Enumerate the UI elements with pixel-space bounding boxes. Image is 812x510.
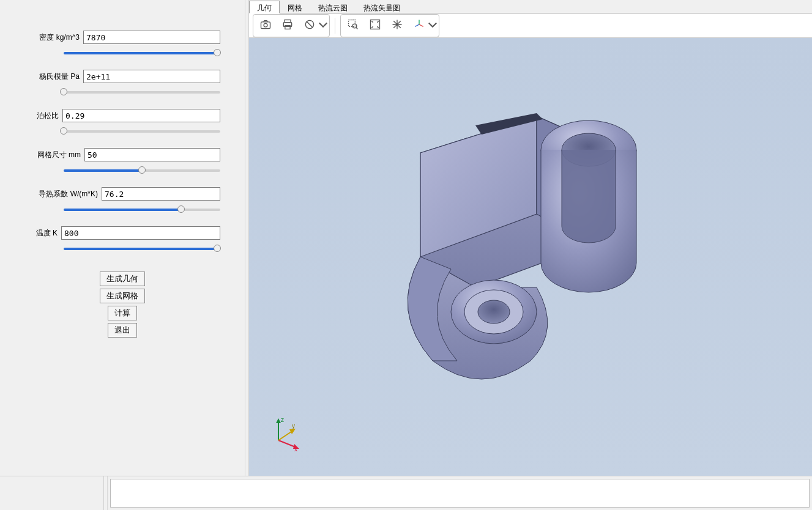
conductivity-slider[interactable]: [64, 204, 220, 215]
sidebar-panel: 密度 kg/m^3 杨氏模量 Pa: [0, 0, 245, 476]
axis-gizmo: z x y: [267, 415, 304, 451]
axis-icon: [413, 18, 425, 32]
zoom-box-icon: [347, 18, 359, 32]
viewport-toolbar: [249, 13, 812, 38]
temperature-slider[interactable]: [64, 243, 220, 254]
model-3d: [249, 38, 812, 476]
youngs-input[interactable]: [83, 70, 220, 83]
expand-view-button[interactable]: [386, 16, 408, 35]
viewport-3d[interactable]: z x y: [249, 38, 812, 476]
param-label: 泊松比: [24, 111, 59, 121]
svg-rect-4: [285, 26, 290, 29]
svg-line-12: [419, 24, 423, 26]
tab-mesh[interactable]: 网格: [280, 1, 310, 13]
svg-text:y: y: [292, 423, 295, 429]
tab-heat-vector[interactable]: 热流矢量图: [356, 1, 408, 13]
console-output[interactable]: [110, 479, 810, 508]
zoom-region-button[interactable]: [342, 16, 364, 35]
svg-line-9: [356, 28, 358, 29]
poisson-input[interactable]: [62, 109, 220, 122]
poisson-slider[interactable]: [64, 126, 220, 137]
bottom-left-pane: [0, 476, 104, 510]
conductivity-input[interactable]: [102, 187, 220, 201]
compute-button[interactable]: 计算: [108, 306, 137, 320]
svg-point-8: [352, 24, 357, 28]
printer-icon: [281, 18, 294, 32]
app-root: 密度 kg/m^3 杨氏模量 Pa: [0, 0, 812, 510]
chevron-down-icon: [317, 18, 329, 32]
youngs-slider[interactable]: [64, 87, 220, 98]
param-label: 导热系数 W/(m*K): [24, 189, 98, 199]
button-column: 生成几何 生成网格 计算 退出: [24, 272, 220, 338]
svg-text:z: z: [281, 416, 284, 423]
mesh-input[interactable]: [84, 148, 220, 161]
block-icon: [304, 18, 316, 32]
tab-geometry[interactable]: 几何: [249, 1, 280, 13]
svg-line-13: [415, 24, 419, 26]
expand-icon: [391, 18, 403, 32]
fit-view-button[interactable]: [364, 16, 386, 35]
chevron-down-icon: [426, 18, 439, 32]
exit-button[interactable]: 退出: [108, 323, 137, 338]
param-density: 密度 kg/m^3: [24, 31, 220, 59]
param-conductivity: 导热系数 W/(m*K): [24, 187, 220, 215]
svg-line-6: [307, 21, 313, 28]
param-poisson: 泊松比: [24, 109, 220, 137]
param-label: 密度 kg/m^3: [24, 32, 80, 43]
svg-rect-0: [261, 22, 270, 29]
density-input[interactable]: [83, 31, 220, 44]
param-temperature: 温度 K: [24, 226, 220, 254]
generate-mesh-button[interactable]: 生成网格: [100, 289, 145, 303]
svg-point-1: [264, 23, 267, 27]
param-mesh: 网格尺寸 mm: [24, 148, 220, 176]
param-label: 温度 K: [24, 228, 58, 238]
axis-dropdown-caret[interactable]: [428, 16, 438, 35]
main-area: 密度 kg/m^3 杨氏模量 Pa: [0, 0, 812, 476]
right-pane: 几何 网格 热流云图 热流矢量图: [248, 0, 812, 476]
block-dropdown-caret[interactable]: [318, 16, 328, 35]
svg-marker-30: [289, 429, 296, 434]
toolbar-separator: [335, 18, 335, 34]
print-button[interactable]: [277, 16, 299, 35]
param-youngs: 杨氏模量 Pa: [24, 70, 220, 98]
temperature-input[interactable]: [61, 226, 220, 240]
fit-icon: [369, 18, 381, 32]
density-slider[interactable]: [64, 48, 220, 59]
tab-heat-contour[interactable]: 热流云图: [310, 1, 356, 13]
svg-point-22: [478, 300, 510, 323]
svg-rect-7: [349, 20, 356, 27]
svg-text:x: x: [294, 446, 297, 451]
svg-marker-24: [276, 418, 281, 423]
bottom-panel: [0, 476, 812, 510]
param-label: 杨氏模量 Pa: [24, 72, 80, 82]
param-label: 网格尺寸 mm: [24, 150, 81, 160]
bottom-splitter[interactable]: [104, 476, 108, 510]
camera-icon: [259, 18, 272, 32]
mesh-slider[interactable]: [64, 165, 220, 176]
screenshot-button[interactable]: [255, 16, 277, 35]
tab-bar: 几何 网格 热流云图 热流矢量图: [249, 0, 812, 13]
generate-geometry-button[interactable]: 生成几何: [100, 272, 145, 286]
